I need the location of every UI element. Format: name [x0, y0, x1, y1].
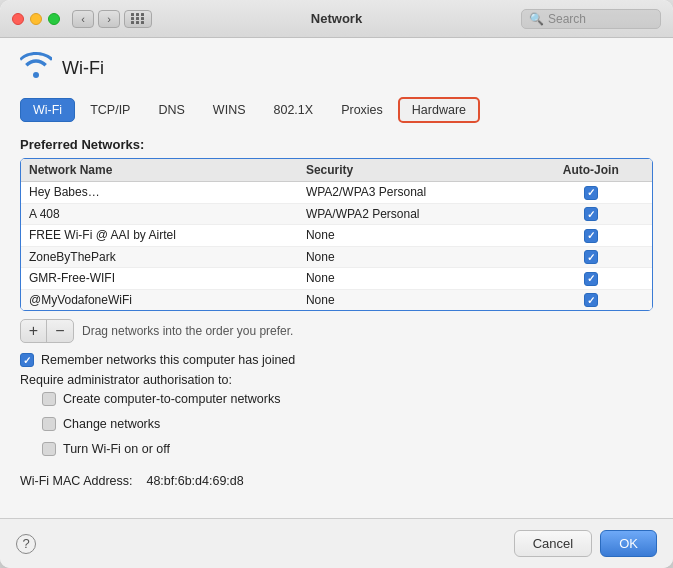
auto-join-cell[interactable]: [530, 246, 652, 268]
security-cell: None: [298, 289, 530, 310]
add-network-button[interactable]: +: [21, 320, 47, 342]
preferred-networks-label: Preferred Networks:: [20, 137, 653, 152]
table-row[interactable]: ZoneByTheParkNone: [21, 246, 652, 268]
admin-option-2: Change networks: [42, 417, 653, 431]
table-header-row: Network Name Security Auto-Join: [21, 159, 652, 182]
grid-button[interactable]: [124, 10, 152, 28]
admin-checkbox-1[interactable]: [42, 392, 56, 406]
auto-join-checkbox[interactable]: [584, 229, 598, 243]
forward-button[interactable]: ›: [98, 10, 120, 28]
admin-option-1: Create computer-to-computer networks: [42, 392, 653, 406]
auto-join-cell[interactable]: [530, 203, 652, 225]
table-row[interactable]: GMR-Free-WIFINone: [21, 268, 652, 290]
table-row[interactable]: FREE Wi-Fi @ AAI by AirtelNone: [21, 225, 652, 247]
network-name-cell: ZoneByThePark: [21, 246, 298, 268]
table-controls: + − Drag networks into the order you pre…: [20, 319, 653, 343]
mac-address-row: Wi-Fi MAC Address: 48:bf:6b:d4:69:d8: [20, 474, 653, 488]
admin-label-1: Create computer-to-computer networks: [63, 392, 280, 406]
admin-label-2: Change networks: [63, 417, 160, 431]
networks-table-wrapper: Network Name Security Auto-Join Hey Babe…: [20, 158, 653, 311]
minimize-button[interactable]: [30, 13, 42, 25]
network-name-cell: Hey Babes…: [21, 182, 298, 204]
auto-join-checkbox[interactable]: [584, 250, 598, 264]
auto-join-cell[interactable]: [530, 268, 652, 290]
traffic-lights: [12, 13, 60, 25]
tab-8021x[interactable]: 802.1X: [261, 98, 327, 122]
network-name-cell: GMR-Free-WIFI: [21, 268, 298, 290]
tab-dns[interactable]: DNS: [145, 98, 197, 122]
auto-join-cell[interactable]: [530, 289, 652, 310]
admin-section-label: Require administrator authorisation to:: [20, 373, 653, 387]
network-name-cell: FREE Wi-Fi @ AAI by Airtel: [21, 225, 298, 247]
search-bar[interactable]: 🔍 Search: [521, 9, 661, 29]
cancel-button[interactable]: Cancel: [514, 530, 592, 557]
search-placeholder: Search: [548, 12, 586, 26]
security-cell: None: [298, 246, 530, 268]
security-cell: None: [298, 268, 530, 290]
security-cell: WPA2/WPA3 Personal: [298, 182, 530, 204]
security-cell: None: [298, 225, 530, 247]
remember-networks-checkbox[interactable]: [20, 353, 34, 367]
mac-address-label: Wi-Fi MAC Address:: [20, 474, 133, 488]
titlebar: ‹ › Network 🔍 Search: [0, 0, 673, 38]
mac-address-value: 48:bf:6b:d4:69:d8: [146, 474, 243, 488]
table-row[interactable]: A 408WPA/WPA2 Personal: [21, 203, 652, 225]
footer-buttons: Cancel OK: [514, 530, 657, 557]
grid-icon: [131, 13, 145, 24]
window-title: Network: [311, 11, 362, 26]
tab-bar: Wi-Fi TCP/IP DNS WINS 802.1X Proxies Har…: [20, 97, 653, 123]
auto-join-cell[interactable]: [530, 182, 652, 204]
auto-join-checkbox[interactable]: [584, 293, 598, 307]
admin-checkbox-2[interactable]: [42, 417, 56, 431]
help-button[interactable]: ?: [16, 534, 36, 554]
tab-tcpip[interactable]: TCP/IP: [77, 98, 143, 122]
nav-buttons: ‹ ›: [72, 10, 120, 28]
wifi-title: Wi-Fi: [62, 58, 104, 79]
table-row[interactable]: @MyVodafoneWiFiNone: [21, 289, 652, 310]
admin-label-3: Turn Wi-Fi on or off: [63, 442, 170, 456]
auto-join-checkbox[interactable]: [584, 186, 598, 200]
col-header-security: Security: [298, 159, 530, 182]
networks-table: Network Name Security Auto-Join Hey Babe…: [21, 159, 652, 310]
tab-wins[interactable]: WINS: [200, 98, 259, 122]
auto-join-cell[interactable]: [530, 225, 652, 247]
admin-options: Create computer-to-computer networks Cha…: [42, 392, 653, 462]
content-area: Wi-Fi Wi-Fi TCP/IP DNS WINS 802.1X Proxi…: [0, 38, 673, 518]
wifi-header: Wi-Fi: [20, 52, 653, 85]
add-remove-buttons: + −: [20, 319, 74, 343]
network-name-cell: @MyVodafoneWiFi: [21, 289, 298, 310]
tab-proxies[interactable]: Proxies: [328, 98, 396, 122]
tab-wifi[interactable]: Wi-Fi: [20, 98, 75, 122]
ok-button[interactable]: OK: [600, 530, 657, 557]
col-header-name: Network Name: [21, 159, 298, 182]
network-name-cell: A 408: [21, 203, 298, 225]
main-window: ‹ › Network 🔍 Search: [0, 0, 673, 568]
auto-join-checkbox[interactable]: [584, 272, 598, 286]
search-icon: 🔍: [529, 12, 544, 26]
back-button[interactable]: ‹: [72, 10, 94, 28]
close-button[interactable]: [12, 13, 24, 25]
col-header-autojoin: Auto-Join: [530, 159, 652, 182]
remember-networks-row: Remember networks this computer has join…: [20, 353, 653, 367]
admin-option-3: Turn Wi-Fi on or off: [42, 442, 653, 456]
footer: ? Cancel OK: [0, 518, 673, 568]
table-row[interactable]: Hey Babes…WPA2/WPA3 Personal: [21, 182, 652, 204]
maximize-button[interactable]: [48, 13, 60, 25]
wifi-icon: [20, 52, 52, 85]
auto-join-checkbox[interactable]: [584, 207, 598, 221]
tab-hardware[interactable]: Hardware: [398, 97, 480, 123]
security-cell: WPA/WPA2 Personal: [298, 203, 530, 225]
drag-hint: Drag networks into the order you prefer.: [82, 324, 293, 338]
remember-networks-label: Remember networks this computer has join…: [41, 353, 295, 367]
admin-checkbox-3[interactable]: [42, 442, 56, 456]
remove-network-button[interactable]: −: [47, 320, 73, 342]
